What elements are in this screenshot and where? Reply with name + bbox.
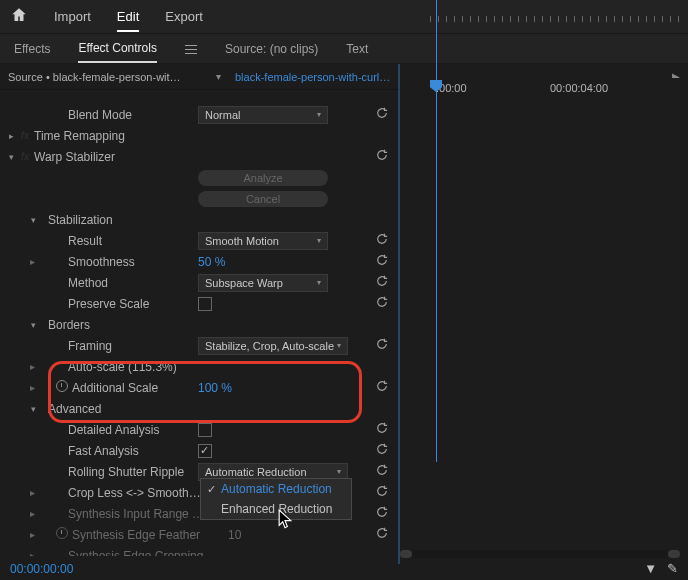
chevron-down-icon[interactable]: ▾: [216, 71, 221, 82]
tab-export[interactable]: Export: [165, 1, 203, 32]
method-reset[interactable]: [374, 275, 390, 290]
dropdown-option-automatic[interactable]: ✓Automatic Reduction: [201, 479, 351, 499]
fx-badge: fx: [16, 130, 34, 141]
panel-divider[interactable]: [398, 64, 400, 564]
prev-keyframe-icon[interactable]: ▸: [30, 550, 35, 556]
method-label: Method: [6, 276, 108, 290]
fast-analysis-label: Fast Analysis: [6, 444, 139, 458]
result-reset[interactable]: [374, 233, 390, 248]
framing-label: Framing: [6, 339, 112, 353]
scrollbar-thumb-right[interactable]: [668, 550, 680, 558]
synthesis-feather-label: Synthesis Edge Feather: [72, 528, 200, 542]
detailed-analysis-checkbox[interactable]: [198, 423, 212, 437]
synthesis-range-label: Synthesis Input Range …: [6, 507, 204, 521]
fast-analysis-checkbox[interactable]: [198, 444, 212, 458]
prev-keyframe-icon[interactable]: ▸: [30, 382, 35, 393]
smoothness-value[interactable]: 50 %: [198, 255, 225, 269]
subtab-text[interactable]: Text: [346, 36, 368, 62]
twirl-icon[interactable]: ▾: [6, 152, 16, 162]
fx-badge: fx: [16, 151, 34, 162]
timecode[interactable]: 00:00:00:00: [10, 562, 73, 576]
borders-header: Borders: [48, 318, 90, 332]
time-remapping-label[interactable]: Time Remapping: [34, 129, 125, 143]
subtab-effects[interactable]: Effects: [14, 36, 50, 62]
crop-less-reset[interactable]: [374, 485, 390, 500]
blend-mode-select[interactable]: Normal▾: [198, 106, 328, 124]
dropdown-option-enhanced[interactable]: Enhanced Reduction: [201, 499, 351, 519]
tab-import[interactable]: Import: [54, 1, 91, 32]
result-select[interactable]: Smooth Motion▾: [198, 232, 328, 250]
analyze-button[interactable]: Analyze: [198, 170, 328, 186]
rolling-shutter-label: Rolling Shutter Ripple: [6, 465, 184, 479]
tools-icon[interactable]: ✎: [667, 561, 678, 576]
filter-icon[interactable]: ▼: [644, 561, 657, 576]
cancel-button[interactable]: Cancel: [198, 191, 328, 207]
synthesis-range-reset[interactable]: [374, 506, 390, 521]
stopwatch-icon[interactable]: [56, 380, 68, 395]
warp-stabilizer-label[interactable]: Warp Stabilizer: [34, 150, 115, 164]
advanced-header: Advanced: [48, 402, 101, 416]
detailed-analysis-label: Detailed Analysis: [6, 423, 159, 437]
additional-scale-label: Additional Scale: [72, 381, 158, 395]
panel-menu-icon[interactable]: [185, 44, 197, 54]
timeline-scrollbar[interactable]: [400, 550, 680, 558]
framing-select[interactable]: Stabilize, Crop, Auto-scale▾: [198, 337, 348, 355]
prev-keyframe-icon[interactable]: ▸: [30, 256, 35, 267]
home-icon[interactable]: [10, 6, 28, 27]
additional-scale-reset[interactable]: [374, 380, 390, 395]
blend-mode-label: Blend Mode: [6, 108, 132, 122]
source-clip-label: Source • black-female-person-wit…: [8, 71, 208, 83]
prev-keyframe-icon[interactable]: ▸: [30, 508, 35, 519]
stabilization-header: Stabilization: [48, 213, 113, 227]
smoothness-label: Smoothness: [6, 255, 135, 269]
scrollbar-thumb-left[interactable]: [400, 550, 412, 558]
preserve-scale-label: Preserve Scale: [6, 297, 149, 311]
preserve-scale-checkbox[interactable]: [198, 297, 212, 311]
blend-mode-reset[interactable]: [374, 107, 390, 122]
twirl-icon[interactable]: ▾: [28, 320, 38, 330]
detailed-analysis-reset[interactable]: [374, 422, 390, 437]
rolling-shutter-reset[interactable]: [374, 464, 390, 479]
preserve-scale-reset[interactable]: [374, 296, 390, 311]
smoothness-reset[interactable]: [374, 254, 390, 269]
stopwatch-icon[interactable]: [56, 527, 68, 542]
twirl-icon[interactable]: ▸: [6, 131, 16, 141]
sequence-link[interactable]: black-female-person-with-curl…: [235, 71, 390, 83]
twirl-icon[interactable]: ▾: [28, 404, 38, 414]
synthesis-feather-reset[interactable]: [374, 527, 390, 542]
prev-keyframe-icon[interactable]: ▸: [30, 487, 35, 498]
time-tick-1: 00:00:04:00: [550, 82, 608, 94]
rolling-shutter-dropdown[interactable]: ✓Automatic Reduction Enhanced Reduction: [200, 478, 352, 520]
synthesis-feather-value[interactable]: 10: [228, 528, 241, 542]
subtab-effect-controls[interactable]: Effect Controls: [78, 35, 156, 63]
subtab-source[interactable]: Source: (no clips): [225, 36, 318, 62]
additional-scale-value[interactable]: 100 %: [198, 381, 232, 395]
crop-less-label: Crop Less <-> Smooth…: [6, 486, 201, 500]
playhead-line: [436, 0, 437, 462]
timeline-ruler[interactable]: :00:00 00:00:04:00: [400, 78, 688, 102]
cursor-icon: [278, 509, 292, 527]
warp-reset[interactable]: [374, 149, 390, 164]
prev-keyframe-icon[interactable]: ▸: [30, 361, 35, 372]
synthesis-crop-label: Synthesis Edge Cropping: [6, 549, 203, 557]
tab-edit[interactable]: Edit: [117, 1, 139, 32]
method-select[interactable]: Subspace Warp▾: [198, 274, 328, 292]
result-label: Result: [6, 234, 102, 248]
fast-analysis-reset[interactable]: [374, 443, 390, 458]
prev-keyframe-icon[interactable]: ▸: [30, 529, 35, 540]
ruler-ticks: [430, 16, 680, 22]
framing-reset[interactable]: [374, 338, 390, 353]
twirl-icon[interactable]: ▾: [28, 215, 38, 225]
